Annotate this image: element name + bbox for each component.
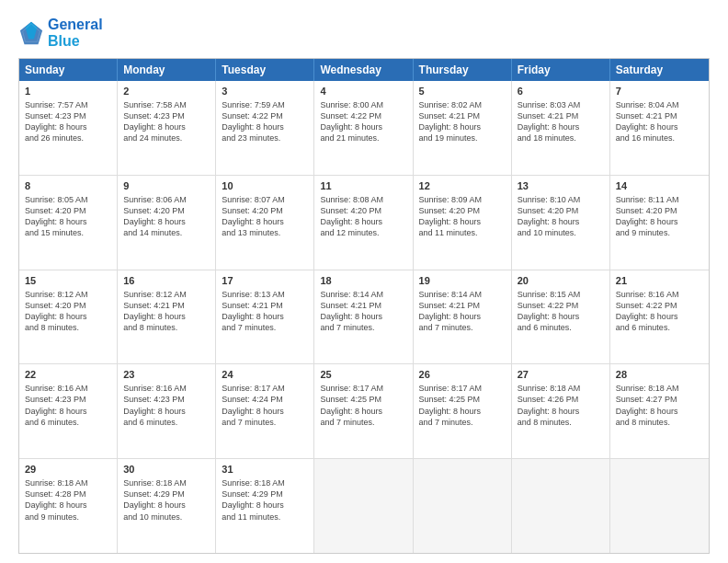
day-info-line: Daylight: 8 hours [320, 216, 406, 227]
header: General Blue [18, 17, 710, 49]
day-info-line: Daylight: 8 hours [320, 121, 406, 132]
day-info-line: Daylight: 8 hours [419, 121, 506, 132]
day-number: 13 [518, 179, 604, 193]
day-info-line: Daylight: 8 hours [616, 311, 703, 322]
calendar-day-2: 2Sunrise: 7:58 AMSunset: 4:23 PMDaylight… [118, 81, 216, 175]
calendar-day-13: 13Sunrise: 8:10 AMSunset: 4:20 PMDayligh… [512, 176, 610, 270]
day-info-line: Sunset: 4:29 PM [123, 488, 210, 500]
day-info-line: and 9 minutes. [616, 227, 703, 238]
day-number: 7 [616, 85, 703, 98]
day-info-line: Daylight: 8 hours [222, 406, 308, 417]
day-number: 6 [518, 85, 604, 98]
day-number: 12 [419, 179, 506, 193]
page: General Blue SundayMondayTuesdayWednesda… [0, 0, 728, 563]
calendar-week-1: 1Sunrise: 7:57 AMSunset: 4:23 PMDaylight… [19, 81, 709, 176]
day-info-line: Sunset: 4:20 PM [123, 205, 210, 216]
day-info-line: Sunset: 4:22 PM [222, 110, 308, 121]
day-info-line: Daylight: 8 hours [222, 311, 308, 322]
day-number: 26 [419, 368, 506, 382]
day-info-line: and 8 minutes. [123, 322, 210, 333]
day-info-line: Daylight: 8 hours [222, 216, 308, 227]
day-info-line: Sunrise: 8:00 AM [320, 99, 406, 110]
day-info-line: Sunrise: 7:59 AM [222, 99, 308, 110]
day-info-line: Sunset: 4:21 PM [419, 110, 506, 121]
day-info-line: Sunrise: 8:07 AM [222, 194, 308, 205]
calendar-day-21: 21Sunrise: 8:16 AMSunset: 4:22 PMDayligh… [610, 270, 709, 364]
calendar-day-22: 22Sunrise: 8:16 AMSunset: 4:23 PMDayligh… [19, 364, 118, 458]
day-info-line: and 18 minutes. [518, 132, 604, 144]
day-number: 19 [419, 274, 506, 288]
day-number: 8 [25, 179, 111, 193]
day-info-line: Sunset: 4:22 PM [616, 300, 703, 311]
day-info-line: Sunset: 4:28 PM [25, 488, 111, 500]
day-info-line: Daylight: 8 hours [123, 121, 210, 132]
day-info-line: Sunrise: 8:17 AM [320, 383, 406, 394]
day-info-line: Daylight: 8 hours [25, 311, 111, 322]
day-info-line: Daylight: 8 hours [25, 121, 111, 132]
day-info-line: and 10 minutes. [123, 511, 210, 523]
day-info-line: Sunset: 4:26 PM [518, 394, 604, 405]
day-info-line: Daylight: 8 hours [616, 216, 703, 227]
calendar-day-14: 14Sunrise: 8:11 AMSunset: 4:20 PMDayligh… [610, 176, 709, 270]
day-number: 31 [222, 463, 308, 477]
day-info-line: and 16 minutes. [616, 132, 703, 144]
day-number: 3 [222, 85, 308, 98]
calendar-week-3: 15Sunrise: 8:12 AMSunset: 4:20 PMDayligh… [19, 270, 709, 365]
day-info-line: Sunset: 4:20 PM [616, 205, 703, 216]
day-info-line: and 10 minutes. [518, 227, 604, 238]
day-info-line: and 19 minutes. [419, 132, 506, 144]
calendar-day-16: 16Sunrise: 8:12 AMSunset: 4:21 PMDayligh… [118, 270, 216, 364]
day-number: 27 [518, 368, 604, 382]
calendar-day-23: 23Sunrise: 8:16 AMSunset: 4:23 PMDayligh… [118, 364, 216, 458]
calendar-day-18: 18Sunrise: 8:14 AMSunset: 4:21 PMDayligh… [314, 270, 413, 364]
day-info-line: Sunset: 4:23 PM [123, 110, 210, 121]
header-cell-friday: Friday [512, 59, 610, 81]
day-number: 15 [25, 274, 111, 288]
day-info-line: and 8 minutes. [518, 417, 604, 428]
header-cell-thursday: Thursday [414, 59, 512, 81]
day-number: 14 [616, 179, 703, 193]
day-info-line: Daylight: 8 hours [25, 216, 111, 227]
day-info-line: Sunset: 4:20 PM [25, 300, 111, 311]
day-info-line: and 6 minutes. [616, 322, 703, 333]
day-info-line: Sunset: 4:21 PM [518, 110, 604, 121]
day-number: 21 [616, 274, 703, 288]
day-info-line: Daylight: 8 hours [222, 121, 308, 132]
calendar-day-10: 10Sunrise: 8:07 AMSunset: 4:20 PMDayligh… [216, 176, 314, 270]
calendar-day-4: 4Sunrise: 8:00 AMSunset: 4:22 PMDaylight… [314, 81, 413, 175]
calendar-day-12: 12Sunrise: 8:09 AMSunset: 4:20 PMDayligh… [414, 176, 512, 270]
day-number: 22 [25, 368, 111, 382]
day-info-line: Sunrise: 8:14 AM [419, 289, 506, 300]
day-info-line: Sunrise: 8:17 AM [419, 383, 506, 394]
header-cell-saturday: Saturday [610, 59, 709, 81]
day-info-line: Daylight: 8 hours [518, 121, 604, 132]
day-number: 23 [123, 368, 210, 382]
day-number: 30 [123, 463, 210, 477]
day-info-line: Sunset: 4:29 PM [222, 488, 308, 500]
calendar-day-empty [414, 459, 512, 553]
day-info-line: Sunrise: 8:16 AM [123, 383, 210, 394]
day-info-line: Sunrise: 8:13 AM [222, 289, 308, 300]
day-info-line: Sunrise: 8:15 AM [518, 289, 604, 300]
day-info-line: and 8 minutes. [616, 417, 703, 428]
calendar-day-24: 24Sunrise: 8:17 AMSunset: 4:24 PMDayligh… [216, 364, 314, 458]
day-info-line: and 9 minutes. [25, 511, 111, 523]
day-info-line: Sunrise: 8:17 AM [222, 383, 308, 394]
day-number: 11 [320, 179, 406, 193]
day-info-line: and 14 minutes. [123, 227, 210, 238]
day-info-line: Sunrise: 8:03 AM [518, 99, 604, 110]
day-info-line: Sunset: 4:23 PM [25, 394, 111, 405]
day-info-line: and 21 minutes. [320, 132, 406, 144]
day-info-line: Sunrise: 8:02 AM [419, 99, 506, 110]
calendar-day-27: 27Sunrise: 8:18 AMSunset: 4:26 PMDayligh… [512, 364, 610, 458]
day-info-line: Sunrise: 8:18 AM [518, 383, 604, 394]
day-info-line: Sunrise: 8:18 AM [123, 477, 210, 488]
day-info-line: and 7 minutes. [320, 322, 406, 333]
day-info-line: and 7 minutes. [222, 322, 308, 333]
day-info-line: Sunrise: 8:04 AM [616, 99, 703, 110]
logo: General Blue [18, 17, 103, 49]
day-info-line: Sunrise: 8:11 AM [616, 194, 703, 205]
day-info-line: and 12 minutes. [320, 227, 406, 238]
calendar-day-6: 6Sunrise: 8:03 AMSunset: 4:21 PMDaylight… [512, 81, 610, 175]
day-number: 28 [616, 368, 703, 382]
